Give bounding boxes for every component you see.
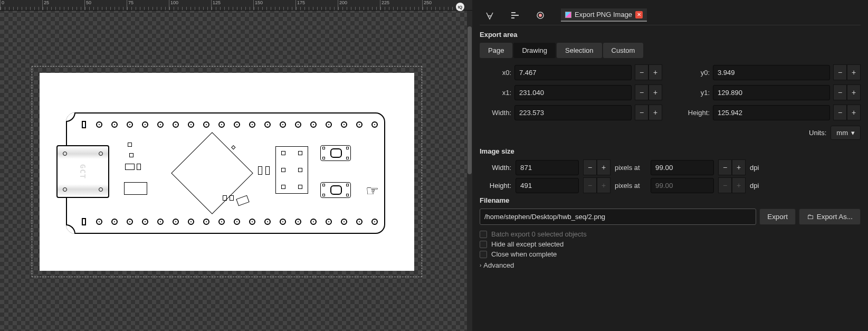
dpi-label-1: dpi [750, 164, 759, 172]
filename-input[interactable] [480, 209, 756, 225]
usb-label: GCT [79, 164, 87, 179]
x0-dec[interactable]: − [635, 64, 648, 80]
align-tab-icon[interactable] [510, 11, 520, 20]
y1-input[interactable] [713, 85, 830, 100]
h-dec[interactable]: − [833, 105, 847, 120]
export-area-segmented: Page Drawing Selection Custom [480, 43, 861, 58]
export-area-label: Export area [480, 31, 861, 39]
y1-dec[interactable]: − [833, 84, 847, 100]
w-inc[interactable]: + [648, 105, 662, 120]
tact-switch-2 [320, 182, 351, 198]
img-height-input[interactable] [516, 178, 579, 193]
panel-tabs: Export PNG Image ✕ [480, 5, 861, 25]
h-inc[interactable]: + [847, 105, 861, 120]
imgw-inc[interactable]: + [597, 159, 611, 175]
tab-export-label: Export PNG Image [575, 11, 632, 18]
export-button[interactable]: Export [759, 209, 796, 225]
filename-label: Filename [480, 196, 861, 204]
y1-label: y1: [678, 89, 710, 97]
page-canvas[interactable]: GCT ☞ [40, 73, 414, 271]
area-custom-button[interactable]: Custom [603, 43, 644, 58]
usb-connector: GCT [56, 145, 109, 198]
close-label: Close when complete [491, 250, 557, 258]
width-label: Width: [480, 109, 511, 117]
pcb-outline: GCT ☞ [66, 112, 385, 234]
hide-except-row[interactable]: Hide all except selected [480, 240, 861, 248]
pixels-at-label-1: pixels at [615, 164, 646, 172]
close-checkbox[interactable] [480, 251, 487, 258]
advanced-toggle[interactable]: › Advanced [480, 261, 861, 269]
close-tab-button[interactable]: ✕ [635, 11, 643, 18]
fill-tab-icon[interactable] [536, 11, 545, 20]
img-width-label: Width: [480, 164, 511, 172]
dpi2-inc: + [732, 177, 746, 193]
x0-label: x0: [480, 69, 511, 77]
height-input[interactable] [713, 105, 830, 120]
x1-label: x1: [480, 89, 511, 97]
x0-inc[interactable]: + [648, 64, 662, 80]
imgh-dec[interactable]: − [583, 177, 597, 193]
area-selection-button[interactable]: Selection [557, 43, 602, 58]
png-icon [565, 12, 571, 18]
hide-label: Hide all except selected [491, 240, 564, 248]
y0-label: y0: [678, 69, 710, 77]
export-as-button[interactable]: 🗀Export As... [799, 209, 861, 225]
batch-export-row: Batch export 0 selected objects [480, 230, 861, 238]
tact-switch-1 [320, 145, 351, 161]
scrollbar-thumb[interactable] [468, 26, 472, 174]
units-label: Units: [809, 129, 826, 137]
hand-pointer-icon: ☞ [366, 182, 379, 200]
chevron-right-icon: › [480, 262, 481, 268]
pixels-at-label-2: pixels at [615, 182, 646, 190]
imgh-inc[interactable]: + [597, 177, 611, 193]
x1-inc[interactable]: + [648, 84, 662, 100]
imgw-dec[interactable]: − [583, 159, 597, 175]
tab-export-png[interactable]: Export PNG Image ✕ [561, 8, 647, 22]
dpi1-dec[interactable]: − [718, 159, 732, 175]
chevron-down-icon: ▾ [851, 129, 855, 137]
folder-icon: 🗀 [807, 213, 814, 221]
hide-checkbox[interactable] [480, 241, 487, 248]
y0-inc[interactable]: + [847, 64, 861, 80]
units-select[interactable]: mm▾ [831, 126, 861, 140]
zoom-badge: IQ [456, 3, 464, 11]
batch-label: Batch export 0 selected objects [491, 230, 587, 238]
area-page-button[interactable]: Page [480, 43, 512, 58]
img-height-label: Height: [480, 182, 511, 190]
pin-header [275, 146, 308, 194]
y0-input[interactable] [713, 65, 830, 80]
area-drawing-button[interactable]: Drawing [513, 43, 556, 58]
export-panel: Export PNG Image ✕ Export area Page Draw… [472, 0, 868, 331]
advanced-label: Advanced [483, 261, 514, 269]
w-dec[interactable]: − [635, 105, 648, 120]
text-tool-tab-icon[interactable] [485, 11, 494, 20]
batch-checkbox [480, 231, 487, 238]
y1-inc[interactable]: + [847, 84, 861, 100]
x0-input[interactable] [514, 65, 632, 80]
img-width-input[interactable] [516, 160, 579, 175]
scrollbar-vertical[interactable] [467, 11, 472, 331]
canvas-area[interactable]: 0255075100125150175200225250 IQ GCT ☞ [0, 0, 472, 331]
dpi-label-2: dpi [750, 182, 759, 190]
dpi-input-1[interactable] [651, 160, 714, 175]
image-size-label: Image size [480, 147, 861, 155]
y0-dec[interactable]: − [833, 64, 847, 80]
x1-input[interactable] [514, 85, 632, 100]
x1-dec[interactable]: − [635, 84, 648, 100]
dpi1-inc[interactable]: + [732, 159, 746, 175]
close-complete-row[interactable]: Close when complete [480, 250, 861, 258]
dpi2-dec: − [718, 177, 732, 193]
svg-point-1 [539, 14, 542, 17]
dpi-input-2 [651, 178, 714, 193]
height-label: Height: [678, 109, 710, 117]
ruler-horizontal: 0255075100125150175200225250 [0, 0, 472, 11]
width-input[interactable] [514, 105, 632, 120]
